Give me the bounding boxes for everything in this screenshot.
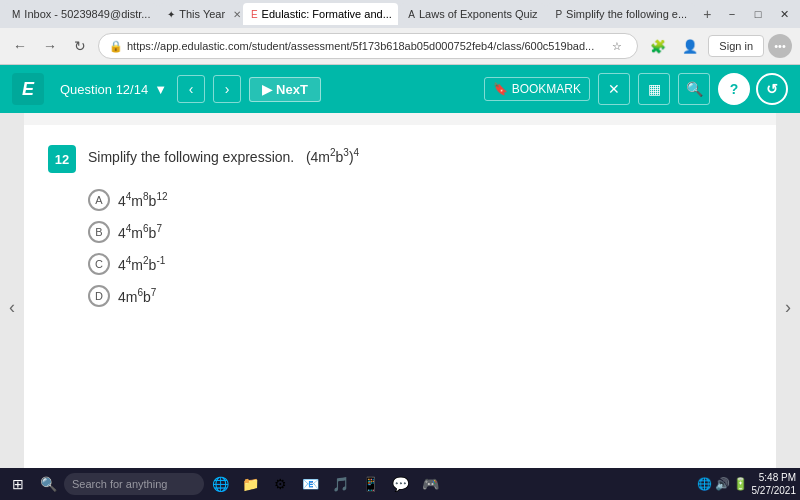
bookmark-button[interactable]: 🔖 BOOKMARK [484, 77, 590, 101]
question-header: 12 Simplify the following expression. (4… [48, 145, 752, 173]
search-button[interactable]: 🔍 [678, 73, 710, 105]
network-icon: 🌐 [697, 477, 712, 491]
next-button[interactable]: ▶ NexT [249, 77, 321, 102]
taskbar-search-input[interactable] [64, 473, 204, 495]
taskbar-app-4[interactable]: 📧 [296, 470, 324, 498]
close-window-button[interactable]: ✕ [772, 3, 796, 25]
refresh-button[interactable]: ↺ [756, 73, 788, 105]
option-c[interactable]: C 44m2b-1 [88, 253, 752, 275]
address-bar: ← → ↻ 🔒 https://app.edulastic.com/studen… [0, 28, 800, 64]
option-b-circle[interactable]: B [88, 221, 110, 243]
star-icon[interactable]: ☆ [607, 36, 627, 56]
option-a[interactable]: A 44m8b12 [88, 189, 752, 211]
back-button[interactable]: ← [8, 34, 32, 58]
tab-favicon-4: A [408, 9, 415, 20]
browser-actions: 🧩 👤 Sign in ••• [644, 32, 792, 60]
question-expression: (4m2b3)4 [298, 149, 359, 165]
taskbar-app-5[interactable]: 🎵 [326, 470, 354, 498]
main-content: ‹ 12 Simplify the following expression. … [0, 113, 800, 500]
prev-question-button[interactable]: ‹ [177, 75, 205, 103]
maximize-button[interactable]: □ [746, 3, 770, 25]
taskbar-app-7[interactable]: 💬 [386, 470, 414, 498]
lock-icon: 🔒 [109, 40, 123, 53]
tab-2-label: This Year [179, 8, 225, 20]
forward-button[interactable]: → [38, 34, 62, 58]
right-toolbar: ? ↺ [718, 73, 788, 105]
bookmark-label: BOOKMARK [512, 82, 581, 96]
option-d-circle[interactable]: D [88, 285, 110, 307]
battery-icon: 🔋 [733, 477, 748, 491]
window-controls: − □ ✕ [720, 3, 796, 25]
next-arrow-icon: ▶ [262, 82, 272, 97]
next-label: NexT [276, 82, 308, 97]
volume-icon: 🔊 [715, 477, 730, 491]
edulastic-logo: E [12, 73, 44, 105]
question-navigation: Question 12/14 ▼ [60, 80, 169, 99]
option-b-text: 44m6b7 [118, 223, 162, 241]
option-a-text: 44m8b12 [118, 191, 168, 209]
profile-avatar[interactable]: ••• [768, 34, 792, 58]
edulastic-toolbar: E Question 12/14 ▼ ‹ › ▶ NexT 🔖 BOOKMARK… [0, 65, 800, 113]
taskbar-right: 🌐 🔊 🔋 5:48 PM 5/27/2021 [697, 471, 797, 497]
taskbar-apps: 🌐 📁 ⚙ 📧 🎵 📱 💬 🎮 [206, 470, 695, 498]
taskbar-app-1[interactable]: 🌐 [206, 470, 234, 498]
bookmark-icon: 🔖 [493, 82, 508, 96]
tab-4-label: Laws of Exponents Quiz [419, 8, 538, 20]
option-c-circle[interactable]: C [88, 253, 110, 275]
option-d-text: 4m6b7 [118, 287, 156, 305]
taskbar-app-6[interactable]: 📱 [356, 470, 384, 498]
options-list: A 44m8b12 B 44m6b7 C 44m2b-1 D 4m6b7 [88, 189, 752, 307]
browser-chrome: M Inbox - 50239849@distr... ✕ ✦ This Yea… [0, 0, 800, 65]
start-button[interactable]: ⊞ [4, 470, 32, 498]
left-nav-arrow[interactable]: ‹ [0, 113, 24, 500]
tab-favicon-2: ✦ [167, 9, 175, 20]
tab-4[interactable]: A Laws of Exponents Quiz ✕ [400, 3, 545, 25]
profile-button[interactable]: 👤 [676, 32, 704, 60]
tab-3[interactable]: E Edulastic: Formative and... ✕ [243, 3, 398, 25]
taskbar-app-2[interactable]: 📁 [236, 470, 264, 498]
right-nav-arrow[interactable]: › [776, 113, 800, 500]
taskbar-app-8[interactable]: 🎮 [416, 470, 444, 498]
clock-time: 5:48 PM [752, 471, 797, 484]
new-tab-button[interactable]: + [697, 3, 718, 25]
reload-button[interactable]: ↻ [68, 34, 92, 58]
question-number-badge: 12 [48, 145, 76, 173]
signin-button[interactable]: Sign in [708, 35, 764, 57]
search-taskbar-icon[interactable]: 🔍 [34, 470, 62, 498]
taskbar-system-icons: 🌐 🔊 🔋 [697, 477, 748, 491]
tab-5[interactable]: P Simplify the following e... ✕ [547, 3, 694, 25]
option-b[interactable]: B 44m6b7 [88, 221, 752, 243]
question-text: Simplify the following expression. (4m2b… [88, 145, 359, 168]
question-dropdown[interactable]: ▼ [152, 80, 169, 99]
taskbar-time: 5:48 PM 5/27/2021 [752, 471, 797, 497]
extensions-button[interactable]: 🧩 [644, 32, 672, 60]
minimize-button[interactable]: − [720, 3, 744, 25]
tab-1[interactable]: M Inbox - 50239849@distr... ✕ [4, 3, 157, 25]
url-text: https://app.edulastic.com/student/assess… [127, 40, 603, 52]
tab-bar: M Inbox - 50239849@distr... ✕ ✦ This Yea… [0, 0, 800, 28]
help-button[interactable]: ? [718, 73, 750, 105]
clock-date: 5/27/2021 [752, 484, 797, 497]
tab-favicon-3: E [251, 9, 258, 20]
question-prompt: Simplify the following expression. [88, 149, 294, 165]
question-area: 12 Simplify the following expression. (4… [24, 125, 776, 489]
tab-2-close[interactable]: ✕ [233, 9, 241, 20]
taskbar-app-3[interactable]: ⚙ [266, 470, 294, 498]
grid-button[interactable]: ▦ [638, 73, 670, 105]
next-question-button[interactable]: › [213, 75, 241, 103]
taskbar: ⊞ 🔍 🌐 📁 ⚙ 📧 🎵 📱 💬 🎮 🌐 🔊 🔋 5:48 PM 5/27/2… [0, 468, 800, 500]
option-a-circle[interactable]: A [88, 189, 110, 211]
close-button[interactable]: ✕ [598, 73, 630, 105]
tab-1-label: Inbox - 50239849@distr... [24, 8, 150, 20]
url-box[interactable]: 🔒 https://app.edulastic.com/student/asse… [98, 33, 638, 59]
question-counter: Question 12/14 [60, 82, 148, 97]
tab-favicon-5: P [555, 9, 562, 20]
tab-2[interactable]: ✦ This Year ✕ [159, 3, 241, 25]
tab-5-label: Simplify the following e... [566, 8, 687, 20]
option-c-text: 44m2b-1 [118, 255, 165, 273]
option-d[interactable]: D 4m6b7 [88, 285, 752, 307]
tab-3-label: Edulastic: Formative and... [262, 8, 392, 20]
url-actions: ☆ [607, 36, 627, 56]
tab-favicon-1: M [12, 9, 20, 20]
